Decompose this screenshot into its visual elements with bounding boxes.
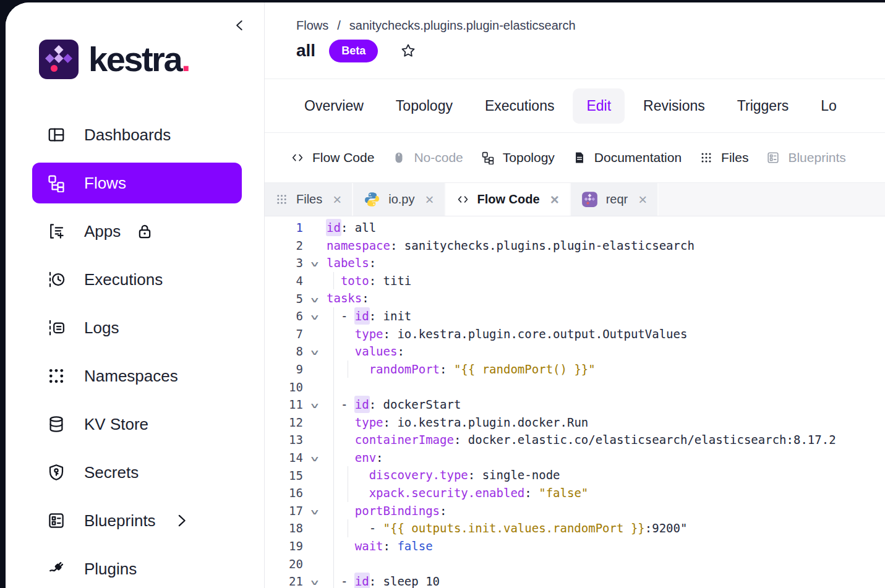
editor-tab-io-py[interactable]: io.py× xyxy=(353,183,445,216)
line-gutter: 2 xyxy=(265,237,327,255)
breadcrumb-namespace[interactable]: sanitychecks.plugins.plugin-elasticsearc… xyxy=(349,19,576,33)
code-token: labels xyxy=(327,256,369,270)
code-text: id: all xyxy=(327,219,885,237)
tab-overview[interactable]: Overview xyxy=(291,88,377,124)
fold-chevron-icon[interactable]: ∨ xyxy=(303,292,327,305)
tab-executions[interactable]: Executions xyxy=(471,88,568,124)
tab-revisions[interactable]: Revisions xyxy=(630,88,719,124)
code-line: 11∨ - id: dockerStart xyxy=(265,396,885,414)
blueprint-icon xyxy=(766,151,780,164)
editor-tab-flow-code[interactable]: Flow Code× xyxy=(446,183,571,216)
fold-chevron-icon[interactable]: ∨ xyxy=(303,574,327,588)
close-icon[interactable]: × xyxy=(425,192,434,207)
sidebar-item-label: Flows xyxy=(84,174,126,193)
line-number: 19 xyxy=(265,539,303,553)
sidebar-item-flows[interactable]: Flows xyxy=(32,163,242,203)
page-header: Flows / sanitychecks.plugins.plugin-elas… xyxy=(265,2,885,79)
sidebar-item-kv-store[interactable]: KV Store xyxy=(32,404,242,445)
code-token: toto xyxy=(341,274,369,288)
sidebar-item-executions[interactable]: Executions xyxy=(32,259,242,300)
code-token: false xyxy=(397,539,432,553)
sidebar-item-plugins[interactable]: Plugins xyxy=(32,548,242,588)
line-number: 4 xyxy=(265,274,303,288)
code-token: : xyxy=(397,344,404,358)
code-token xyxy=(327,451,355,464)
fold-chevron-icon[interactable]: ∨ xyxy=(303,344,327,358)
code-text: namespace: sanitychecks.plugins.plugin-e… xyxy=(327,237,885,255)
code-token: : all xyxy=(341,221,376,234)
tab-triggers[interactable]: Triggers xyxy=(724,88,803,124)
sidebar-item-apps[interactable]: Apps xyxy=(32,211,242,252)
line-number: 8 xyxy=(265,344,303,358)
line-gutter: 1 xyxy=(265,219,327,237)
code-line: 7 type: io.kestra.plugin.core.output.Out… xyxy=(265,325,885,343)
dashboard-grid-icon xyxy=(47,126,66,144)
close-icon[interactable]: × xyxy=(638,192,647,207)
toolbar-flow-code[interactable]: Flow Code xyxy=(291,150,374,165)
code-line: 10 xyxy=(265,378,885,396)
code-token: values xyxy=(355,344,398,358)
toolbar-label: Flow Code xyxy=(312,150,374,165)
tab-lo[interactable]: Lo xyxy=(807,88,850,124)
code-editor[interactable]: 1id: all2namespace: sanitychecks.plugins… xyxy=(265,216,885,588)
code-token: : docker.elastic.co/elasticsearch/elasti… xyxy=(454,433,836,446)
star-favorite-icon[interactable] xyxy=(400,43,416,59)
toolbar-files[interactable]: Files xyxy=(699,150,748,165)
code-text: type: io.kestra.plugin.docker.Run xyxy=(327,414,885,432)
code-token: namespace xyxy=(327,239,390,252)
code-token: xpack.security.enabled xyxy=(369,486,525,500)
dots-grid-icon xyxy=(699,151,713,164)
close-icon[interactable]: × xyxy=(333,192,341,207)
toolbar-blueprints[interactable]: Blueprints xyxy=(766,150,845,165)
sidebar-item-secrets[interactable]: Secrets xyxy=(32,452,242,493)
code-token xyxy=(327,415,355,429)
sidebar-item-dashboards[interactable]: Dashboards xyxy=(32,114,242,155)
toolbar-label: Documentation xyxy=(594,150,682,165)
fold-chevron-icon[interactable]: ∨ xyxy=(303,451,327,464)
kestra-logo-link[interactable]: kestra. xyxy=(39,40,264,79)
sidebar-item-label: Plugins xyxy=(84,560,137,579)
code-token: : xyxy=(362,291,369,305)
code-line: 18 - "{{ outputs.init.values.randomPort … xyxy=(265,519,885,537)
fold-chevron-icon[interactable]: ∨ xyxy=(303,256,327,270)
fold-chevron-icon[interactable]: ∨ xyxy=(303,309,327,323)
line-gutter: 12 xyxy=(265,414,327,432)
editor-tab-reqr[interactable]: reqr× xyxy=(571,183,659,216)
line-number: 5 xyxy=(265,292,303,305)
fold-chevron-icon[interactable]: ∨ xyxy=(303,504,327,518)
indent-guide xyxy=(333,272,334,290)
fold-chevron-icon[interactable]: ∨ xyxy=(303,398,327,411)
sidebar-item-logs[interactable]: Logs xyxy=(32,307,242,348)
fold-chevron-glyph: ∨ xyxy=(309,295,320,304)
editor-tab-label: Flow Code xyxy=(477,192,540,207)
executions-clock-icon xyxy=(47,270,66,289)
indent-guide xyxy=(333,519,334,537)
dots-grid-icon xyxy=(275,193,288,206)
tab-edit[interactable]: Edit xyxy=(573,88,625,124)
line-number: 10 xyxy=(265,380,303,394)
editor-tab-files[interactable]: Files× xyxy=(265,183,353,216)
code-icon xyxy=(291,151,304,164)
title-row: all Beta xyxy=(296,38,885,63)
code-token: : xyxy=(376,451,383,464)
toolbar-documentation[interactable]: Documentation xyxy=(573,150,682,165)
toolbar-label: Blueprints xyxy=(788,150,845,165)
toolbar-topology[interactable]: Topology xyxy=(481,150,555,165)
code-token xyxy=(327,504,355,518)
toolbar-no-code[interactable]: No-code xyxy=(392,150,463,165)
line-gutter: 15 xyxy=(265,466,327,484)
code-line: 1id: all xyxy=(265,219,885,237)
code-line: 6∨ - id: init xyxy=(265,307,885,325)
line-gutter: 4 xyxy=(265,272,327,290)
code-token: id xyxy=(354,573,370,588)
sidebar-item-blueprints[interactable]: Blueprints xyxy=(32,500,242,541)
line-number: 17 xyxy=(265,504,303,518)
line-gutter: 8∨ xyxy=(265,343,327,360)
code-text: xpack.security.enabled: "false" xyxy=(327,484,885,502)
sidebar-item-namespaces[interactable]: Namespaces xyxy=(32,356,242,396)
breadcrumb-flows[interactable]: Flows xyxy=(296,19,328,33)
tab-topology[interactable]: Topology xyxy=(382,88,466,124)
close-icon[interactable]: × xyxy=(550,192,559,207)
code-line: 21∨ - id: sleep_10 xyxy=(265,573,885,588)
collapse-sidebar-icon[interactable] xyxy=(232,17,248,33)
